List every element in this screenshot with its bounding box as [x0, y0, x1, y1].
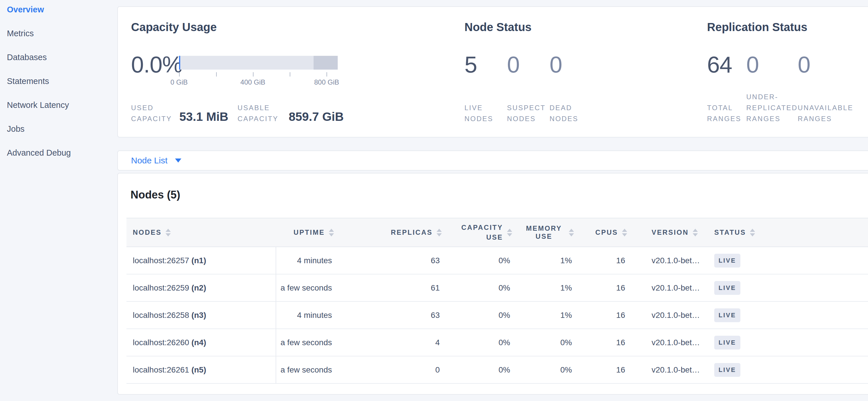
column-header-inner: VERSION [638, 228, 710, 236]
replicas-cell: 0 [345, 356, 453, 383]
sort-up-arrow-icon [622, 229, 627, 232]
sort-up-arrow-icon [507, 229, 512, 232]
summary-stat-label: LIVE NODES [464, 103, 507, 124]
replication-status-title: Replication Status [707, 20, 868, 34]
sort-icon [437, 229, 442, 236]
summary-stat-label: UNDER-REPLICATED RANGES [746, 91, 798, 124]
column-header-memory-use[interactable]: MEMORY USE [523, 218, 585, 247]
replicas-cell: 63 [345, 302, 453, 329]
node-list-dropdown-label: Node List [131, 155, 167, 165]
cpus-cell: 16 [585, 247, 638, 274]
replicas-cell: 4 [345, 329, 453, 356]
gauge-tick-label: 800 GiB [314, 78, 339, 86]
sort-icon [622, 229, 627, 236]
uptime-cell: 4 minutes [276, 247, 345, 274]
capacity-gauge-reserved-segment [314, 56, 338, 69]
sidebar-item-network-latency[interactable]: Network Latency [7, 100, 117, 110]
status-cell: LIVE [710, 274, 868, 302]
capacity-gauge-used-marker [179, 56, 180, 69]
replicas-cell: 61 [345, 274, 453, 302]
status-badge: LIVE [714, 336, 740, 349]
version-cell: v20.1.0-bet… [638, 356, 710, 383]
chevron-down-icon [175, 159, 181, 163]
capacity-use-cell: 0% [453, 329, 523, 356]
sort-up-arrow-icon [569, 229, 574, 232]
column-header-label: UPTIME [293, 228, 325, 236]
node-name-cell: localhost:26261 (n5) [126, 356, 276, 383]
capacity-gauge: 0 GiB400 GiB800 GiB [179, 56, 338, 103]
summary-stat-value: 0 [507, 52, 550, 77]
summary-stat-label: UNAVAILABLE RANGES [798, 103, 868, 124]
gauge-tick-label: 400 GiB [240, 78, 265, 86]
column-header-label: NODES [133, 228, 161, 236]
node-status-section: Node Status 5LIVE NODES0SUSPECT NODES0DE… [464, 20, 707, 124]
summary-stat-value: 0 [550, 52, 592, 77]
sidebar-item-overview[interactable]: Overview [7, 5, 117, 15]
gauge-tick [216, 72, 217, 77]
cluster-summary-card: Capacity Usage 0.0% 0 GiB400 GiB800 GiB … [117, 6, 868, 138]
sort-down-arrow-icon [329, 233, 334, 236]
summary-stat: 0SUSPECT NODES [507, 52, 550, 124]
usable-capacity-label: USABLE CAPACITY [238, 103, 283, 124]
sidebar-item-statements[interactable]: Statements [7, 76, 117, 86]
version-cell: v20.1.0-bet… [638, 302, 710, 329]
sort-up-arrow-icon [693, 229, 698, 232]
status-badge: LIVE [714, 363, 740, 377]
sort-icon [165, 229, 171, 236]
sidebar-item-metrics[interactable]: Metrics [7, 28, 117, 38]
column-header-inner: MEMORY USE [523, 224, 585, 240]
gauge-tick [253, 72, 253, 77]
sidebar-item-advanced-debug[interactable]: Advanced Debug [7, 148, 117, 157]
column-header-status[interactable]: STATUS [710, 218, 868, 247]
column-header-inner: UPTIME [276, 228, 345, 236]
sidebar-item-databases[interactable]: Databases [7, 52, 117, 62]
sort-down-arrow-icon [165, 233, 171, 236]
node-list-dropdown[interactable]: Node List [131, 155, 181, 165]
column-header-nodes[interactable]: NODES [126, 218, 276, 247]
summary-stat: 0DEAD NODES [550, 52, 592, 124]
version-cell: v20.1.0-bet… [638, 329, 710, 356]
summary-stat-label: TOTAL RANGES [707, 103, 746, 124]
capacity-usage-section: Capacity Usage 0.0% 0 GiB400 GiB800 GiB … [131, 20, 464, 124]
table-row: localhost:26259 (n2)a few seconds610%1%1… [126, 274, 868, 302]
node-id: (n1) [191, 256, 206, 265]
column-header-version[interactable]: VERSION [638, 218, 710, 247]
summary-stat: 0UNAVAILABLE RANGES [798, 52, 868, 124]
node-id: (n5) [191, 365, 206, 374]
node-address-link[interactable]: localhost:26258 [133, 311, 189, 320]
summary-stat-label: DEAD NODES [550, 103, 592, 124]
memory-use-cell: 1% [523, 274, 585, 302]
column-header-uptime[interactable]: UPTIME [276, 218, 345, 247]
sort-icon [750, 229, 755, 236]
node-name-cell: localhost:26259 (n2) [126, 274, 276, 302]
status-cell: LIVE [710, 356, 868, 383]
nodes-section-title: Nodes (5) [130, 187, 868, 202]
sort-up-arrow-icon [750, 229, 755, 232]
column-header-inner: REPLICAS [345, 228, 453, 236]
sort-icon [569, 229, 574, 236]
sort-down-arrow-icon [622, 233, 627, 236]
node-address-link[interactable]: localhost:26257 [133, 256, 189, 265]
memory-use-cell: 0% [523, 356, 585, 383]
summary-stat-value: 5 [464, 52, 507, 77]
column-header-inner: CAPACITY USE [453, 223, 523, 242]
table-row: localhost:26260 (n4)a few seconds40%0%16… [126, 329, 868, 356]
table-row: localhost:26261 (n5)a few seconds00%0%16… [126, 356, 868, 383]
gauge-tick-label: 0 GiB [170, 78, 188, 86]
usable-capacity-value: 859.7 GiB [288, 110, 343, 124]
used-capacity-value: 53.1 MiB [179, 110, 228, 124]
capacity-use-cell: 0% [453, 356, 523, 383]
capacity-gauge-ticks [179, 72, 338, 77]
node-id: (n3) [191, 311, 206, 320]
main-content: Capacity Usage 0.0% 0 GiB400 GiB800 GiB … [117, 0, 868, 401]
node-id: (n2) [191, 283, 206, 292]
column-header-capacity-use[interactable]: CAPACITY USE [453, 218, 523, 247]
sidebar-item-jobs[interactable]: Jobs [7, 124, 117, 134]
column-header-replicas[interactable]: REPLICAS [345, 218, 453, 247]
status-cell: LIVE [710, 302, 868, 329]
status-badge: LIVE [714, 281, 740, 295]
node-address-link[interactable]: localhost:26259 [133, 283, 189, 292]
column-header-cpus[interactable]: CPUS [585, 218, 638, 247]
node-address-link[interactable]: localhost:26261 [133, 365, 189, 374]
node-address-link[interactable]: localhost:26260 [133, 338, 189, 347]
